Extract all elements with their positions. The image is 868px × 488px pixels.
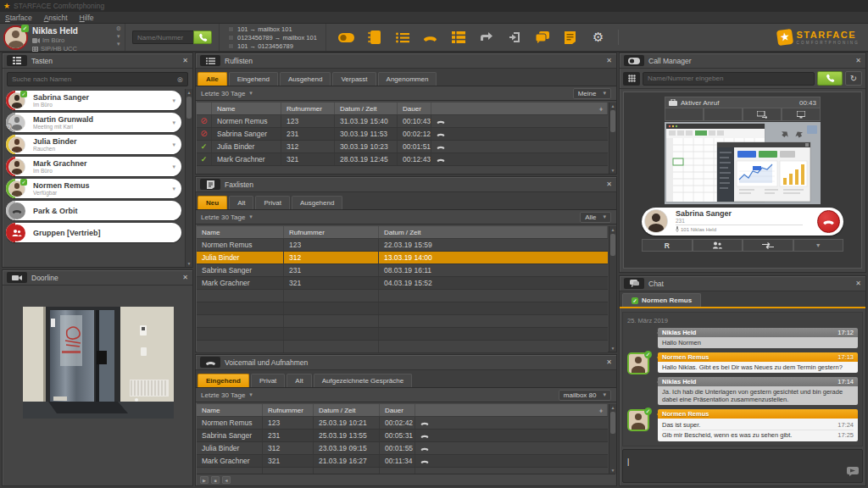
scope-dropdown[interactable]: Alle▾ [580, 212, 611, 223]
redial-refresh-icon[interactable]: ↻ [845, 71, 862, 86]
call-lists-icon[interactable] [394, 29, 411, 46]
fax-row[interactable]: Sabrina Sanger 231 08.03.19 16:11 [197, 264, 608, 277]
menu-starface[interactable]: Starface [5, 14, 32, 22]
blank-button[interactable] [704, 108, 743, 121]
faxlisten-scrollbar[interactable]: ▲▼ [609, 226, 616, 352]
col-name[interactable]: Name [197, 404, 263, 416]
voicemail-row[interactable]: Normen Remus 123 25.03.19 10:21 00:02:42 [197, 417, 608, 430]
scroll-up-icon[interactable]: ▲ [609, 226, 616, 233]
contacts-scrollbar[interactable]: ▲ ▼ [185, 89, 192, 267]
call-row[interactable]: ⊘ Normen Remus 123 31.03.19 15:40 00:10:… [197, 115, 608, 128]
tab-alt[interactable]: Alt [287, 374, 311, 387]
contact-sabrina-sanger[interactable]: ✓ Sabrina SangerIm Büro ▾ [6, 91, 181, 110]
stop-icon[interactable]: ■ [211, 476, 220, 484]
chevron-down-icon[interactable]: ▾ [249, 214, 253, 220]
chevron-down-icon[interactable]: ▾ [172, 186, 175, 192]
ruflisten-scrollbar[interactable]: ▲▼ [609, 103, 616, 174]
col-number[interactable]: Rufnummer [281, 103, 335, 114]
callback-handset-icon[interactable] [420, 433, 429, 439]
key-gruppen-vertrieb[interactable]: Gruppen [Vertrieb] [6, 223, 181, 242]
scope-dropdown[interactable]: Meine▾ [573, 88, 611, 99]
chevron-down-icon[interactable]: ▾ [172, 119, 175, 126]
tab-neu[interactable]: Neu [198, 196, 227, 209]
scroll-down-icon[interactable]: ▼ [186, 260, 192, 267]
col-datetime[interactable]: Datum / Zeit [379, 226, 608, 238]
close-icon[interactable]: ✕ [606, 358, 612, 366]
col-name[interactable]: Name [197, 226, 284, 238]
callback-handset-icon[interactable] [437, 131, 445, 137]
status-chevron-icon[interactable]: ▾ [117, 33, 120, 40]
chat-log[interactable]: 25. März 2019 Niklas Held17:12 Hallo Nor… [622, 312, 863, 446]
tab-aufgezeichnete[interactable]: Aufgezeichnete Gespräche [314, 374, 413, 387]
fax-row[interactable]: Normen Remus 123 22.03.19 15:59 [197, 239, 608, 252]
scroll-down-icon[interactable]: ▼ [609, 345, 616, 352]
chevron-down-icon[interactable]: ▾ [249, 90, 253, 97]
scroll-down-icon[interactable]: ▼ [609, 167, 616, 174]
call-row[interactable]: ⊘ Sabrina Sanger 231 30.03.19 11:53 00:0… [197, 128, 608, 141]
chat-icon[interactable] [534, 29, 551, 46]
journal-icon[interactable] [562, 29, 579, 46]
recent-call-item[interactable]: 101 → mailbox 101 [228, 25, 317, 33]
scroll-up-icon[interactable]: ▲ [609, 103, 616, 109]
voicemail-row[interactable]: Mark Grachner 321 21.03.19 16:27 00:11:3… [197, 455, 608, 468]
handset-rest-icon[interactable] [422, 29, 439, 46]
callback-handset-icon[interactable] [437, 157, 445, 163]
active-call-party[interactable]: Sabrina Sanger 231 101 Niklas Held [642, 208, 843, 236]
callmanager-call-button[interactable] [817, 71, 843, 86]
tab-alle[interactable]: Alle [198, 72, 227, 86]
function-keys-icon[interactable] [450, 29, 467, 46]
tab-privat[interactable]: Privat [255, 196, 289, 209]
col-datetime[interactable]: Datum / Zeit [314, 404, 380, 416]
column-config-icon[interactable]: ＋ [598, 406, 604, 415]
mailbox-dropdown[interactable]: mailbox 80▾ [559, 390, 611, 401]
play-icon[interactable]: ▶ [200, 476, 209, 484]
chat-tab-normen-remus[interactable]: ✓ Normen Remus [622, 293, 701, 307]
tab-ausgehend[interactable]: Ausgehend [292, 196, 342, 209]
callmanager-dial-input[interactable] [643, 72, 815, 86]
call-row[interactable]: ✓ Julia Binder 312 30.03.19 10:23 00:01:… [197, 141, 608, 153]
conference-button[interactable] [693, 239, 743, 252]
callmanager-toggle-icon[interactable] [338, 29, 355, 46]
search-input[interactable] [12, 75, 176, 83]
fax-row-selected[interactable]: Julia Binder 312 13.03.19 14:00 [197, 252, 608, 264]
col-number[interactable]: Rufnummer [284, 226, 379, 238]
tab-alt[interactable]: Alt [229, 196, 253, 209]
line-chevron-icon[interactable]: ▾ [117, 41, 120, 47]
scroll-down-icon[interactable]: ▼ [609, 467, 616, 474]
callback-handset-icon[interactable] [437, 144, 445, 150]
voicemail-row[interactable]: Sabrina Sanger 231 25.03.19 13:55 00:05:… [197, 430, 608, 442]
user-card[interactable]: ✓ Niklas Held Im Büro SIP/HB UCC ⚙ ▾ ▾ [0, 24, 125, 51]
user-settings-gear-icon[interactable]: ⚙ [116, 25, 121, 32]
chevron-down-icon[interactable]: ▾ [172, 164, 175, 170]
callback-handset-icon[interactable] [437, 119, 445, 125]
col-duration[interactable]: Dauer [398, 103, 431, 114]
period-filter[interactable]: Letzte 30 Tage [201, 90, 245, 97]
col-duration[interactable]: Dauer [380, 404, 415, 416]
voicemail-scrollbar[interactable]: ▲▼ [609, 404, 616, 474]
close-icon[interactable]: ✕ [606, 57, 612, 64]
monitor-icon[interactable] [782, 108, 821, 121]
key-park-orbit[interactable]: Park & Orbit [6, 201, 181, 220]
callback-handset-icon[interactable] [420, 420, 429, 426]
call-row[interactable]: ✓ Mark Grachner 321 28.03.19 12:45 00:12… [197, 153, 608, 166]
chevron-down-icon[interactable]: ▾ [249, 391, 253, 398]
tab-eingehend[interactable]: Eingehend [229, 72, 278, 86]
close-icon[interactable]: ✕ [182, 57, 188, 64]
period-filter[interactable]: Letzte 30 Tage [201, 214, 245, 221]
addressbook-icon[interactable] [366, 29, 383, 46]
logout-icon[interactable] [506, 29, 523, 46]
scroll-up-icon[interactable]: ▲ [186, 89, 192, 96]
contact-julia-binder[interactable]: Julia BinderRauchen ▾ [6, 135, 181, 154]
clear-search-icon[interactable]: ⊗ [176, 75, 183, 84]
close-icon[interactable]: ✕ [855, 280, 861, 287]
skip-back-icon[interactable]: ◄ [222, 476, 231, 484]
contact-mark-grachner[interactable]: Mark GrachnerIm Büro ▾ [6, 157, 181, 176]
tab-verpasst[interactable]: Verpasst [332, 72, 376, 86]
consultation-button[interactable]: R [642, 239, 693, 252]
column-config-icon[interactable]: ＋ [598, 104, 604, 114]
col-number[interactable]: Rufnummer [263, 404, 314, 416]
recent-call-item[interactable]: 0123456789 → mailbox 101 [228, 34, 317, 42]
close-icon[interactable]: ✕ [606, 180, 612, 188]
dial-call-button[interactable] [193, 30, 212, 44]
dial-input[interactable] [132, 30, 193, 44]
